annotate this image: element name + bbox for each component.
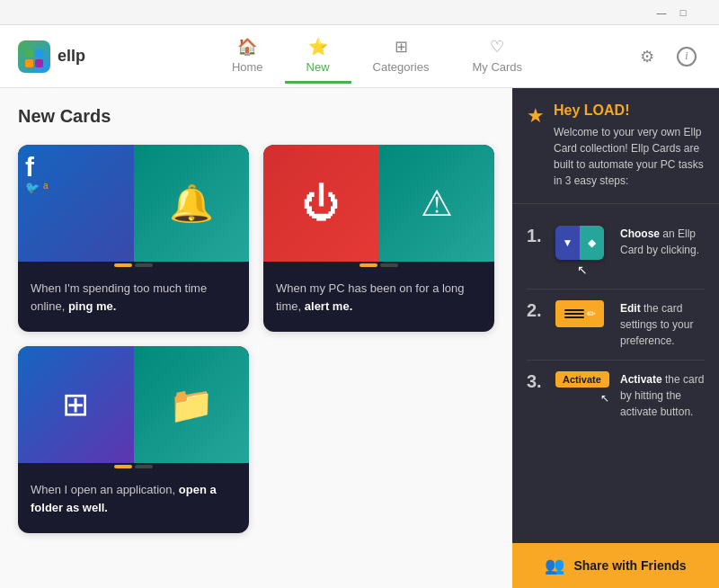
card-2-bottom: When my PC has been on for a long time, …	[263, 269, 494, 332]
share-text: Share with Friends	[573, 558, 686, 573]
card-2-bold: alert me.	[305, 299, 352, 313]
bell-icon: 🔔	[169, 183, 214, 225]
card-2-indicator	[263, 262, 494, 269]
step-1-left-icon: ▼	[563, 236, 573, 249]
heart-icon: ♡	[490, 37, 504, 57]
header: ellp 🏠 Home ⭐ New ⊞ Categories ♡ My Card…	[0, 25, 719, 88]
step-2-number: 2.	[527, 300, 545, 321]
share-icon: 👥	[545, 556, 564, 575]
step-1: 1. ▼ ◆ ↖ Choose an Ellp Car	[527, 215, 705, 290]
card-1[interactable]: f 🐦 a 🔔	[18, 145, 249, 332]
step-1-right-icon: ◆	[588, 236, 596, 249]
card-1-top: f 🐦 a 🔔	[18, 145, 249, 262]
step-2-edit-card: ✏	[555, 300, 604, 327]
nav-categories[interactable]: ⊞ Categories	[351, 30, 451, 84]
info-button[interactable]: i	[672, 42, 701, 71]
title-bar: — □	[0, 0, 719, 25]
step-2-action: Edit	[620, 302, 641, 315]
activate-preview-button: Activate	[555, 371, 609, 388]
card-2-right: ⚠	[379, 145, 495, 262]
card-2-top: ⏻ ⚠	[263, 145, 494, 262]
logo-text: ellp	[58, 47, 85, 66]
step-1-visual: ▼ ◆ ↖	[555, 226, 609, 278]
sidebar-welcome-text: Welcome to your very own Ellp Card colle…	[554, 124, 705, 189]
nav-categories-label: Categories	[373, 60, 430, 74]
header-actions: ⚙ i	[633, 42, 701, 71]
step-3-action: Activate	[620, 373, 662, 386]
svg-rect-2	[25, 59, 33, 67]
svg-rect-0	[25, 49, 33, 58]
dot-active	[114, 263, 132, 267]
step-3-cursor: ↖	[555, 389, 609, 405]
share-button[interactable]: 👥 Share with Friends	[512, 543, 719, 588]
main-layout: New Cards f 🐦 a	[0, 88, 719, 588]
nav-mycards[interactable]: ♡ My Cards	[450, 30, 544, 84]
cursor-icon-2: ↖	[600, 392, 609, 405]
edit-lines	[564, 309, 584, 318]
sidebar-steps: 1. ▼ ◆ ↖ Choose an Ellp Car	[512, 204, 719, 543]
apps-icon: ⊞	[62, 386, 89, 423]
edit-line-3	[564, 316, 584, 318]
nav-new[interactable]: ⭐ New	[285, 30, 351, 84]
card-3[interactable]: ⊞ 📁 When I open an application, open a f…	[18, 346, 249, 533]
card-1-indicator	[18, 262, 249, 269]
logo[interactable]: ellp	[18, 40, 85, 73]
step-3: 3. Activate ↖ Activate the card by hitti…	[527, 361, 705, 431]
sidebar: ★ Hey LOAD! Welcome to your very own Ell…	[512, 88, 719, 588]
dot-inactive	[135, 263, 153, 267]
nav-home[interactable]: 🏠 Home	[210, 30, 285, 84]
card-3-left: ⊞	[18, 346, 134, 463]
card-1-bold: ping me.	[68, 299, 116, 313]
close-button[interactable]	[697, 5, 712, 20]
card-1-left: f 🐦 a	[18, 145, 134, 262]
sidebar-header: ★ Hey LOAD! Welcome to your very own Ell…	[512, 88, 719, 204]
svg-rect-1	[35, 49, 43, 58]
settings-button[interactable]: ⚙	[633, 42, 661, 71]
warning-icon: ⚠	[421, 183, 453, 224]
nav-home-label: Home	[232, 60, 263, 74]
step-2-text: Edit the card settings to your preferenc…	[620, 300, 705, 349]
social-icons-group: f 🐦 a	[25, 152, 49, 194]
maximize-button[interactable]: □	[676, 5, 690, 20]
step-1-text: Choose an Ellp Card by clicking.	[620, 226, 705, 258]
card-3-bottom: When I open an application, open a folde…	[18, 470, 249, 533]
card-1-bottom: When I'm spending too much time online, …	[18, 269, 249, 332]
dot-inactive-3	[135, 465, 153, 468]
card-3-right: 📁	[134, 346, 250, 463]
dot-active-3	[114, 465, 132, 468]
window-controls[interactable]: — □	[654, 5, 712, 20]
minimize-button[interactable]: —	[654, 5, 669, 20]
card-3-top: ⊞ 📁	[18, 346, 249, 463]
step-1-card-preview: ▼ ◆	[555, 226, 604, 260]
svg-rect-3	[35, 59, 43, 67]
page-title: New Cards	[18, 106, 494, 127]
dot-inactive-2	[380, 263, 398, 267]
step-1-card-left: ▼	[555, 226, 580, 260]
info-icon: i	[677, 47, 697, 67]
edit-line-2	[564, 313, 584, 315]
facebook-icon: f	[25, 152, 34, 183]
step-1-action: Choose	[620, 227, 660, 240]
step-1-number: 1.	[527, 226, 545, 246]
edit-line-1	[564, 309, 584, 311]
home-icon: 🏠	[237, 37, 257, 57]
pencil-icon: ✏	[587, 307, 596, 320]
logo-icon	[18, 40, 50, 73]
card-3-indicator	[18, 463, 249, 470]
nav-mycards-label: My Cards	[472, 60, 522, 74]
step-3-visual: Activate ↖	[555, 371, 609, 405]
step-2-visual: ✏	[555, 300, 609, 327]
nav-new-label: New	[306, 60, 330, 74]
star-nav-icon: ⭐	[308, 37, 328, 57]
twitter-icon: 🐦	[25, 181, 40, 194]
card-2-left: ⏻	[263, 145, 379, 262]
content-area: New Cards f 🐦 a	[0, 88, 512, 588]
settings-icon: ⚙	[640, 47, 654, 67]
sidebar-intro: Hey LOAD! Welcome to your very own Ellp …	[554, 102, 705, 189]
card-1-right: 🔔	[134, 145, 250, 262]
step-2: 2. ✏ Edit the card settings to your pref…	[527, 290, 705, 361]
card-2[interactable]: ⏻ ⚠ When my PC has been on for a long ti…	[263, 145, 494, 332]
dot-active-2	[360, 263, 377, 267]
folder-icon: 📁	[169, 384, 214, 426]
cards-grid: f 🐦 a 🔔	[18, 145, 494, 533]
